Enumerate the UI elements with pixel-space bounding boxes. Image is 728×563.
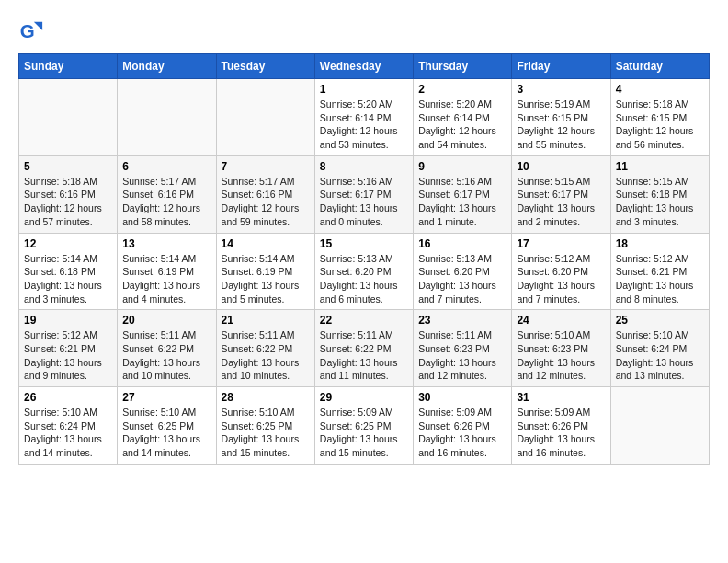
day-number: 16 <box>418 237 506 250</box>
day-number: 31 <box>517 391 605 404</box>
day-info: Sunrise: 5:10 AM Sunset: 6:25 PM Dayligh… <box>222 406 310 460</box>
calendar-cell: 16Sunrise: 5:13 AM Sunset: 6:20 PM Dayli… <box>414 233 512 310</box>
day-info: Sunrise: 5:14 AM Sunset: 6:19 PM Dayligh… <box>122 252 210 306</box>
day-number: 20 <box>122 314 210 327</box>
calendar-cell: 31Sunrise: 5:09 AM Sunset: 6:26 PM Dayli… <box>512 387 610 465</box>
day-header-friday: Friday <box>512 54 610 79</box>
calendar-cell: 9Sunrise: 5:16 AM Sunset: 6:17 PM Daylig… <box>414 155 512 233</box>
day-number: 14 <box>222 237 310 250</box>
day-header-tuesday: Tuesday <box>216 54 314 79</box>
day-info: Sunrise: 5:15 AM Sunset: 6:17 PM Dayligh… <box>517 175 605 229</box>
page-header: G <box>18 18 710 44</box>
calendar-cell <box>118 79 216 156</box>
calendar-cell: 6Sunrise: 5:17 AM Sunset: 6:16 PM Daylig… <box>118 155 216 233</box>
calendar-week-row: 19Sunrise: 5:12 AM Sunset: 6:21 PM Dayli… <box>19 310 710 387</box>
calendar-cell: 1Sunrise: 5:20 AM Sunset: 6:14 PM Daylig… <box>314 79 413 156</box>
day-number: 2 <box>418 83 506 96</box>
calendar-cell: 8Sunrise: 5:16 AM Sunset: 6:17 PM Daylig… <box>314 155 413 233</box>
day-info: Sunrise: 5:16 AM Sunset: 6:17 PM Dayligh… <box>320 175 408 229</box>
calendar-cell: 27Sunrise: 5:10 AM Sunset: 6:25 PM Dayli… <box>118 387 216 465</box>
day-info: Sunrise: 5:17 AM Sunset: 6:16 PM Dayligh… <box>222 175 310 229</box>
svg-text:G: G <box>20 20 35 41</box>
calendar-cell: 11Sunrise: 5:15 AM Sunset: 6:18 PM Dayli… <box>610 155 709 233</box>
day-info: Sunrise: 5:20 AM Sunset: 6:14 PM Dayligh… <box>320 98 408 152</box>
calendar-cell: 5Sunrise: 5:18 AM Sunset: 6:16 PM Daylig… <box>19 155 118 233</box>
svg-marker-1 <box>34 22 42 30</box>
day-header-saturday: Saturday <box>610 54 709 79</box>
calendar-week-row: 12Sunrise: 5:14 AM Sunset: 6:18 PM Dayli… <box>19 233 710 310</box>
calendar-cell: 4Sunrise: 5:18 AM Sunset: 6:15 PM Daylig… <box>610 79 709 156</box>
day-info: Sunrise: 5:09 AM Sunset: 6:25 PM Dayligh… <box>320 406 408 460</box>
day-info: Sunrise: 5:10 AM Sunset: 6:24 PM Dayligh… <box>616 328 704 383</box>
day-info: Sunrise: 5:18 AM Sunset: 6:16 PM Dayligh… <box>24 175 112 229</box>
day-info: Sunrise: 5:15 AM Sunset: 6:18 PM Dayligh… <box>616 175 704 229</box>
calendar-cell: 7Sunrise: 5:17 AM Sunset: 6:16 PM Daylig… <box>216 155 314 233</box>
day-number: 13 <box>122 237 210 250</box>
calendar-cell: 20Sunrise: 5:11 AM Sunset: 6:22 PM Dayli… <box>118 310 216 387</box>
day-info: Sunrise: 5:20 AM Sunset: 6:14 PM Dayligh… <box>418 98 506 152</box>
day-header-thursday: Thursday <box>414 54 512 79</box>
day-header-sunday: Sunday <box>19 54 118 79</box>
day-info: Sunrise: 5:11 AM Sunset: 6:22 PM Dayligh… <box>122 328 210 383</box>
calendar-cell: 17Sunrise: 5:12 AM Sunset: 6:20 PM Dayli… <box>512 233 610 310</box>
day-info: Sunrise: 5:13 AM Sunset: 6:20 PM Dayligh… <box>320 252 408 306</box>
calendar-cell <box>610 387 709 465</box>
calendar-cell: 28Sunrise: 5:10 AM Sunset: 6:25 PM Dayli… <box>216 387 314 465</box>
day-number: 21 <box>222 314 310 327</box>
calendar-cell <box>216 79 314 156</box>
day-number: 9 <box>418 160 506 173</box>
day-number: 23 <box>418 314 506 327</box>
day-number: 3 <box>517 83 605 96</box>
calendar-week-row: 5Sunrise: 5:18 AM Sunset: 6:16 PM Daylig… <box>19 155 710 233</box>
day-info: Sunrise: 5:19 AM Sunset: 6:15 PM Dayligh… <box>517 98 605 152</box>
calendar-cell: 15Sunrise: 5:13 AM Sunset: 6:20 PM Dayli… <box>314 233 413 310</box>
calendar-cell: 25Sunrise: 5:10 AM Sunset: 6:24 PM Dayli… <box>610 310 709 387</box>
day-header-wednesday: Wednesday <box>314 54 413 79</box>
day-number: 26 <box>24 391 112 404</box>
day-info: Sunrise: 5:11 AM Sunset: 6:22 PM Dayligh… <box>320 328 408 383</box>
calendar-cell <box>19 79 118 156</box>
day-info: Sunrise: 5:14 AM Sunset: 6:18 PM Dayligh… <box>24 252 112 306</box>
calendar-cell: 19Sunrise: 5:12 AM Sunset: 6:21 PM Dayli… <box>19 310 118 387</box>
calendar-table: SundayMondayTuesdayWednesdayThursdayFrid… <box>18 53 710 465</box>
day-number: 5 <box>24 160 112 173</box>
day-number: 22 <box>320 314 408 327</box>
day-number: 7 <box>222 160 310 173</box>
calendar-cell: 30Sunrise: 5:09 AM Sunset: 6:26 PM Dayli… <box>414 387 512 465</box>
day-info: Sunrise: 5:17 AM Sunset: 6:16 PM Dayligh… <box>122 175 210 229</box>
day-number: 19 <box>24 314 112 327</box>
calendar-cell: 14Sunrise: 5:14 AM Sunset: 6:19 PM Dayli… <box>216 233 314 310</box>
calendar-cell: 29Sunrise: 5:09 AM Sunset: 6:25 PM Dayli… <box>314 387 413 465</box>
day-info: Sunrise: 5:09 AM Sunset: 6:26 PM Dayligh… <box>517 406 605 460</box>
day-number: 12 <box>24 237 112 250</box>
day-info: Sunrise: 5:10 AM Sunset: 6:23 PM Dayligh… <box>517 328 605 383</box>
logo: G <box>18 18 48 44</box>
day-info: Sunrise: 5:13 AM Sunset: 6:20 PM Dayligh… <box>418 252 506 306</box>
calendar-header-row: SundayMondayTuesdayWednesdayThursdayFrid… <box>19 54 710 79</box>
logo-icon: G <box>18 18 44 44</box>
calendar-week-row: 26Sunrise: 5:10 AM Sunset: 6:24 PM Dayli… <box>19 387 710 465</box>
day-number: 17 <box>517 237 605 250</box>
calendar-cell: 2Sunrise: 5:20 AM Sunset: 6:14 PM Daylig… <box>414 79 512 156</box>
day-header-monday: Monday <box>118 54 216 79</box>
day-number: 8 <box>320 160 408 173</box>
day-number: 30 <box>418 391 506 404</box>
calendar-cell: 3Sunrise: 5:19 AM Sunset: 6:15 PM Daylig… <box>512 79 610 156</box>
day-number: 28 <box>222 391 310 404</box>
day-number: 11 <box>616 160 704 173</box>
day-info: Sunrise: 5:11 AM Sunset: 6:22 PM Dayligh… <box>222 328 310 383</box>
day-info: Sunrise: 5:18 AM Sunset: 6:15 PM Dayligh… <box>616 98 704 152</box>
day-info: Sunrise: 5:12 AM Sunset: 6:21 PM Dayligh… <box>616 252 704 306</box>
day-number: 1 <box>320 83 408 96</box>
calendar-cell: 13Sunrise: 5:14 AM Sunset: 6:19 PM Dayli… <box>118 233 216 310</box>
calendar-cell: 12Sunrise: 5:14 AM Sunset: 6:18 PM Dayli… <box>19 233 118 310</box>
day-number: 6 <box>122 160 210 173</box>
day-info: Sunrise: 5:16 AM Sunset: 6:17 PM Dayligh… <box>418 175 506 229</box>
calendar-cell: 18Sunrise: 5:12 AM Sunset: 6:21 PM Dayli… <box>610 233 709 310</box>
calendar-cell: 24Sunrise: 5:10 AM Sunset: 6:23 PM Dayli… <box>512 310 610 387</box>
day-number: 29 <box>320 391 408 404</box>
day-info: Sunrise: 5:10 AM Sunset: 6:25 PM Dayligh… <box>122 406 210 460</box>
day-info: Sunrise: 5:09 AM Sunset: 6:26 PM Dayligh… <box>418 406 506 460</box>
day-info: Sunrise: 5:10 AM Sunset: 6:24 PM Dayligh… <box>24 406 112 460</box>
calendar-cell: 21Sunrise: 5:11 AM Sunset: 6:22 PM Dayli… <box>216 310 314 387</box>
